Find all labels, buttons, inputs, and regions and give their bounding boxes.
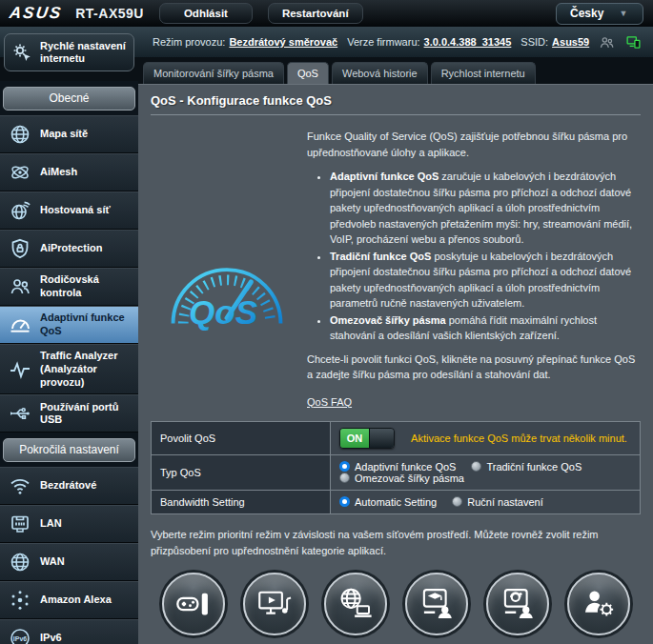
customize-icon [567, 573, 630, 635]
qos-bullet-term: Adaptivní funkce QoS [330, 171, 439, 182]
qos-bullet: Tradiční funkce QoS poskytuje u kabelový… [330, 249, 641, 312]
qos-type-options: Adaptivní funkce QoSTradiční funkce QoSO… [331, 455, 641, 491]
tab-rychlost-internetu[interactable]: Rychlost internetu [431, 62, 536, 84]
shield-icon [7, 237, 33, 260]
qos-panel: QoS - Konfigurace funkce QoS QoS Funkce … [138, 84, 653, 644]
work-from-home-icon [486, 573, 549, 635]
web-browsing-icon [324, 573, 387, 635]
quick-setup-label: Rychlé nastavení internetu [40, 40, 128, 65]
radio-button-icon [339, 461, 350, 472]
qos-faq-link[interactable]: QoS FAQ [307, 394, 352, 411]
radio-rucni-nastaveni[interactable]: Ruční nastavení [452, 496, 543, 508]
sidebar-item-label: Mapa sítě [40, 128, 88, 141]
radio-label: Omezovač šířky pásma [355, 473, 464, 484]
devices-icon [625, 34, 642, 50]
bandwidth-setting-options: Automatic SettingRuční nastavení [331, 491, 641, 514]
logout-button[interactable]: Odhlásit [159, 3, 253, 24]
wireless-icon [7, 474, 33, 497]
sidebar-item-pouzivani-portu-usb[interactable]: Používání portů USB [0, 394, 138, 433]
sidebar-item-aimesh[interactable]: AiMesh [0, 153, 138, 191]
sidebar: Rychlé nastavení internetu ObecnéMapa sí… [0, 30, 138, 644]
qos-description: QoS Funkce Quality of Service (QoS) zaji… [151, 121, 641, 410]
priority-mode-description: Vyberte režim prioritní režim v závislos… [151, 527, 641, 558]
ipv6-icon: IPv6 [7, 627, 33, 644]
tab-webova-historie[interactable]: Webová historie [332, 62, 428, 84]
chevron-down-icon: ▼ [619, 9, 627, 18]
sidebar-item-hostovana-sit[interactable]: Hostovaná síť [0, 191, 138, 230]
page-title: QoS - Konfigurace funkce QoS [151, 93, 641, 108]
router-admin-screen: ASUS RT-AX59U Odhlásit Restartování Česk… [0, 0, 653, 644]
sidebar-item-label: Používání portů USB [40, 401, 134, 428]
qos-bullet-term: Tradiční funkce QoS [330, 251, 431, 262]
tab-monitorovani-sirky-pasma[interactable]: Monitorování šířky pásma [143, 62, 284, 84]
alexa-icon [7, 589, 33, 612]
ssid-link[interactable]: Asus59 [552, 36, 589, 48]
clients-icon [599, 34, 615, 50]
quick-internet-icon [10, 41, 33, 64]
qos-enable-hint: Chcete-li povolit funkci QoS, klikněte n… [307, 352, 641, 383]
sidebar-item-traffic-analyzer-analyzator-provozu[interactable]: Traffic Analyzer (Analyzátor provozu) [0, 344, 138, 394]
table-row: Typ QoS Adaptivní funkce QoSTradiční fun… [152, 455, 641, 491]
main-content: Monitorování šířky pásmaQoSWebová histor… [138, 57, 653, 644]
preset-learn-from-home[interactable]: Learn-From-Home [396, 573, 477, 644]
preset-customize[interactable]: Customize [558, 573, 639, 644]
radio-automatic-setting[interactable]: Automatic Setting [339, 496, 437, 508]
qos-enable-toggle[interactable]: ON [339, 428, 395, 449]
sidebar-item-wan[interactable]: WAN [0, 543, 138, 581]
network-map-icon [7, 123, 33, 146]
sidebar-item-adaptivni-funkce-qos[interactable]: Adaptivní funkce QoS [0, 306, 138, 344]
table-row: Bandwidth Setting Automatic SettingRuční… [152, 491, 641, 514]
sidebar-item-label: Traffic Analyzer (Analyzátor provozu) [40, 350, 134, 389]
wan-icon [7, 551, 33, 574]
tab-qos[interactable]: QoS [287, 62, 329, 84]
sidebar-item-label: AiProtection [40, 242, 102, 255]
operation-mode-link[interactable]: Bezdrátový směrovač [229, 36, 337, 48]
sidebar-item-rodicovska-kontrola[interactable]: Rodičovská kontrola [0, 268, 138, 306]
firmware-version-link[interactable]: 3.0.0.4.388_31345 [424, 36, 512, 48]
enable-qos-label: Povolit QoS [152, 422, 331, 455]
sidebar-item-ipv6[interactable]: IPv6IPv6 [0, 619, 138, 644]
status-icons [599, 34, 653, 50]
qos-type-label: Typ QoS [152, 455, 331, 491]
preset-hry[interactable]: Hry [153, 573, 234, 644]
radio-tradicni-funkce-qos[interactable]: Tradiční funkce QoS [471, 461, 582, 473]
reboot-button[interactable]: Restartování [268, 3, 363, 24]
games-icon [162, 573, 225, 635]
qos-description-text: Funkce Quality of Service (QoS) zajišťuj… [303, 121, 641, 410]
qos-bullet: Omezovač šířky pásma pomáhá řídit maximá… [330, 312, 641, 344]
sidebar-item-label: Adaptivní funkce QoS [40, 312, 134, 338]
ssid-label: SSID: [520, 36, 548, 48]
qos-bullet: Adaptivní funkce QoS zaručuje u kabelový… [330, 169, 641, 248]
sidebar-item-label: Rodičovská kontrola [40, 273, 134, 300]
svg-text:IPv6: IPv6 [13, 635, 28, 642]
sidebar-item-amazon-alexa[interactable]: Amazon Alexa [0, 581, 138, 619]
tab-bar: Monitorování šířky pásmaQoSWebová histor… [138, 57, 653, 84]
radio-omezovac-sirky-pasma[interactable]: Omezovač šířky pásma [339, 473, 464, 484]
sidebar-item-label: AiMesh [40, 166, 77, 179]
language-selector[interactable]: Česky ▼ [556, 3, 643, 25]
bandwidth-setting-label: Bandwidth Setting [152, 491, 331, 514]
sidebar-item-label: Amazon Alexa [40, 594, 112, 607]
preset-streamovani-medii[interactable]: Streamování médií [234, 573, 315, 644]
divider [151, 114, 641, 115]
sidebar-item-label: LAN [40, 517, 62, 531]
radio-button-icon [452, 496, 462, 507]
usb-app-icon [7, 402, 33, 425]
sidebar-item-mapa-site[interactable]: Mapa sítě [0, 115, 138, 153]
sidebar-item-label: IPv6 [40, 632, 62, 644]
sidebar-item-lan[interactable]: LAN [0, 505, 138, 543]
top-header: ASUS RT-AX59U Odhlásit Restartování Česk… [0, 0, 653, 27]
sidebar-item-quick-setup[interactable]: Rychlé nastavení internetu [4, 33, 134, 71]
qos-settings-table: Povolit QoS ON Aktivace funkce QoS může … [151, 421, 641, 514]
sidebar-item-label: Hostovaná síť [40, 204, 111, 217]
qos-logo: QoS [151, 121, 303, 410]
sidebar-item-bezdratove[interactable]: Bezdrátové [0, 467, 138, 505]
radio-label: Automatic Setting [355, 496, 437, 508]
sidebar-item-aiprotection[interactable]: AiProtection [0, 230, 138, 268]
preset-prohazeni-webu[interactable]: Proházení webu [315, 573, 396, 644]
toggle-on-label: ON [340, 429, 369, 448]
aimesh-icon [7, 161, 33, 184]
sidebar-item-label: Bezdrátové [40, 479, 96, 493]
preset-work-from-home[interactable]: Work-From-Home [477, 573, 558, 644]
radio-adaptivni-funkce-qos[interactable]: Adaptivní funkce QoS [339, 461, 456, 473]
